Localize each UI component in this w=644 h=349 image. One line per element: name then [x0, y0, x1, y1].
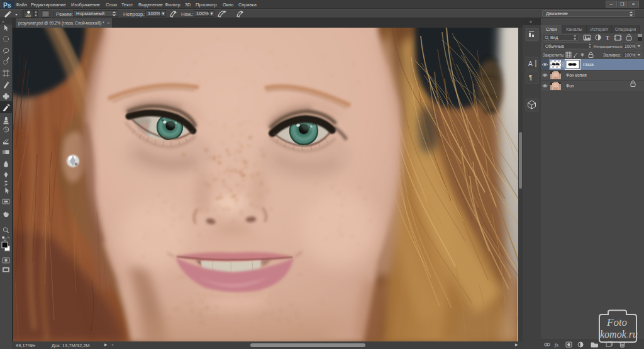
svg-text:A: A — [528, 60, 533, 67]
svg-text:Вид: Вид — [550, 35, 558, 40]
svg-text:komok.ru: komok.ru — [600, 329, 638, 340]
svg-text:Обычные: Обычные — [545, 44, 564, 48]
svg-text:Фон: Фон — [566, 84, 574, 88]
svg-text:100%: 100% — [625, 44, 635, 48]
svg-text:¶: ¶ — [529, 74, 532, 81]
svg-text:Foto: Foto — [606, 316, 627, 328]
svg-text:глаза: глаза — [583, 62, 594, 67]
svg-text:T: T — [606, 35, 609, 41]
svg-text:Ps: Ps — [3, 1, 11, 9]
svg-text:160: 160 — [25, 14, 31, 18]
svg-text:Закрепить:: Закрепить: — [543, 53, 565, 58]
svg-text:Заливка:: Заливка: — [603, 53, 621, 57]
svg-text:100%: 100% — [625, 53, 635, 57]
svg-text:«: « — [530, 19, 532, 24]
svg-text:Фон копия: Фон копия — [566, 73, 587, 77]
svg-text:fx.: fx. — [555, 342, 560, 348]
svg-text:Непрозрачность:: Непрозрачность: — [594, 44, 625, 48]
